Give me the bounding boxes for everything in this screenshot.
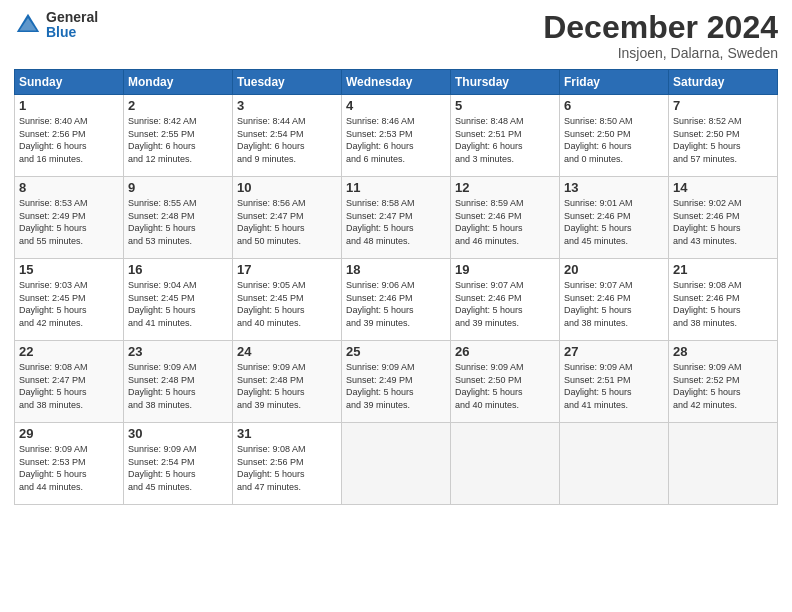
col-header-monday: Monday — [124, 70, 233, 95]
day-number: 2 — [128, 98, 228, 113]
day-info: Sunrise: 8:53 AM Sunset: 2:49 PM Dayligh… — [19, 197, 119, 247]
day-info: Sunrise: 9:07 AM Sunset: 2:46 PM Dayligh… — [455, 279, 555, 329]
logo-general-text: General — [46, 10, 98, 25]
calendar-header-row: SundayMondayTuesdayWednesdayThursdayFrid… — [15, 70, 778, 95]
day-number: 9 — [128, 180, 228, 195]
day-number: 11 — [346, 180, 446, 195]
calendar-cell: 19Sunrise: 9:07 AM Sunset: 2:46 PM Dayli… — [451, 259, 560, 341]
day-info: Sunrise: 8:52 AM Sunset: 2:50 PM Dayligh… — [673, 115, 773, 165]
calendar-cell: 11Sunrise: 8:58 AM Sunset: 2:47 PM Dayli… — [342, 177, 451, 259]
calendar-cell: 16Sunrise: 9:04 AM Sunset: 2:45 PM Dayli… — [124, 259, 233, 341]
page-container: General Blue December 2024 Insjoen, Dala… — [0, 0, 792, 612]
day-info: Sunrise: 9:09 AM Sunset: 2:54 PM Dayligh… — [128, 443, 228, 493]
day-info: Sunrise: 8:56 AM Sunset: 2:47 PM Dayligh… — [237, 197, 337, 247]
day-number: 27 — [564, 344, 664, 359]
day-number: 29 — [19, 426, 119, 441]
title-block: December 2024 Insjoen, Dalarna, Sweden — [543, 10, 778, 61]
calendar-cell: 13Sunrise: 9:01 AM Sunset: 2:46 PM Dayli… — [560, 177, 669, 259]
calendar-cell: 26Sunrise: 9:09 AM Sunset: 2:50 PM Dayli… — [451, 341, 560, 423]
col-header-friday: Friday — [560, 70, 669, 95]
calendar-cell: 27Sunrise: 9:09 AM Sunset: 2:51 PM Dayli… — [560, 341, 669, 423]
calendar-cell: 20Sunrise: 9:07 AM Sunset: 2:46 PM Dayli… — [560, 259, 669, 341]
day-info: Sunrise: 8:58 AM Sunset: 2:47 PM Dayligh… — [346, 197, 446, 247]
day-number: 17 — [237, 262, 337, 277]
calendar-cell: 9Sunrise: 8:55 AM Sunset: 2:48 PM Daylig… — [124, 177, 233, 259]
calendar-cell — [560, 423, 669, 505]
calendar-cell: 15Sunrise: 9:03 AM Sunset: 2:45 PM Dayli… — [15, 259, 124, 341]
day-number: 7 — [673, 98, 773, 113]
calendar-cell — [451, 423, 560, 505]
day-info: Sunrise: 8:44 AM Sunset: 2:54 PM Dayligh… — [237, 115, 337, 165]
day-info: Sunrise: 8:59 AM Sunset: 2:46 PM Dayligh… — [455, 197, 555, 247]
day-number: 23 — [128, 344, 228, 359]
day-number: 18 — [346, 262, 446, 277]
day-number: 16 — [128, 262, 228, 277]
calendar-cell: 6Sunrise: 8:50 AM Sunset: 2:50 PM Daylig… — [560, 95, 669, 177]
day-info: Sunrise: 9:07 AM Sunset: 2:46 PM Dayligh… — [564, 279, 664, 329]
day-number: 1 — [19, 98, 119, 113]
day-number: 26 — [455, 344, 555, 359]
day-info: Sunrise: 9:01 AM Sunset: 2:46 PM Dayligh… — [564, 197, 664, 247]
day-info: Sunrise: 8:40 AM Sunset: 2:56 PM Dayligh… — [19, 115, 119, 165]
calendar-table: SundayMondayTuesdayWednesdayThursdayFrid… — [14, 69, 778, 505]
day-number: 31 — [237, 426, 337, 441]
calendar-week-1: 1Sunrise: 8:40 AM Sunset: 2:56 PM Daylig… — [15, 95, 778, 177]
day-info: Sunrise: 9:08 AM Sunset: 2:47 PM Dayligh… — [19, 361, 119, 411]
calendar-cell: 2Sunrise: 8:42 AM Sunset: 2:55 PM Daylig… — [124, 95, 233, 177]
calendar-cell: 3Sunrise: 8:44 AM Sunset: 2:54 PM Daylig… — [233, 95, 342, 177]
logo: General Blue — [14, 10, 98, 41]
col-header-wednesday: Wednesday — [342, 70, 451, 95]
day-info: Sunrise: 8:48 AM Sunset: 2:51 PM Dayligh… — [455, 115, 555, 165]
calendar-cell: 30Sunrise: 9:09 AM Sunset: 2:54 PM Dayli… — [124, 423, 233, 505]
day-info: Sunrise: 9:09 AM Sunset: 2:48 PM Dayligh… — [237, 361, 337, 411]
calendar-cell: 23Sunrise: 9:09 AM Sunset: 2:48 PM Dayli… — [124, 341, 233, 423]
col-header-thursday: Thursday — [451, 70, 560, 95]
calendar-cell: 17Sunrise: 9:05 AM Sunset: 2:45 PM Dayli… — [233, 259, 342, 341]
day-number: 5 — [455, 98, 555, 113]
day-number: 21 — [673, 262, 773, 277]
calendar-cell: 4Sunrise: 8:46 AM Sunset: 2:53 PM Daylig… — [342, 95, 451, 177]
calendar-cell: 12Sunrise: 8:59 AM Sunset: 2:46 PM Dayli… — [451, 177, 560, 259]
day-info: Sunrise: 9:09 AM Sunset: 2:53 PM Dayligh… — [19, 443, 119, 493]
day-number: 20 — [564, 262, 664, 277]
day-info: Sunrise: 9:06 AM Sunset: 2:46 PM Dayligh… — [346, 279, 446, 329]
calendar-cell: 28Sunrise: 9:09 AM Sunset: 2:52 PM Dayli… — [669, 341, 778, 423]
day-number: 28 — [673, 344, 773, 359]
calendar-cell: 25Sunrise: 9:09 AM Sunset: 2:49 PM Dayli… — [342, 341, 451, 423]
day-number: 25 — [346, 344, 446, 359]
day-number: 6 — [564, 98, 664, 113]
col-header-tuesday: Tuesday — [233, 70, 342, 95]
day-number: 3 — [237, 98, 337, 113]
day-number: 22 — [19, 344, 119, 359]
calendar-cell: 10Sunrise: 8:56 AM Sunset: 2:47 PM Dayli… — [233, 177, 342, 259]
day-info: Sunrise: 9:04 AM Sunset: 2:45 PM Dayligh… — [128, 279, 228, 329]
day-number: 24 — [237, 344, 337, 359]
col-header-saturday: Saturday — [669, 70, 778, 95]
calendar-cell — [669, 423, 778, 505]
calendar-cell: 8Sunrise: 8:53 AM Sunset: 2:49 PM Daylig… — [15, 177, 124, 259]
day-info: Sunrise: 9:09 AM Sunset: 2:52 PM Dayligh… — [673, 361, 773, 411]
location-subtitle: Insjoen, Dalarna, Sweden — [543, 45, 778, 61]
day-number: 14 — [673, 180, 773, 195]
day-number: 12 — [455, 180, 555, 195]
day-number: 15 — [19, 262, 119, 277]
day-info: Sunrise: 9:09 AM Sunset: 2:48 PM Dayligh… — [128, 361, 228, 411]
logo-blue-text: Blue — [46, 25, 98, 40]
day-info: Sunrise: 9:05 AM Sunset: 2:45 PM Dayligh… — [237, 279, 337, 329]
day-number: 8 — [19, 180, 119, 195]
logo-icon — [14, 11, 42, 39]
calendar-cell: 24Sunrise: 9:09 AM Sunset: 2:48 PM Dayli… — [233, 341, 342, 423]
day-info: Sunrise: 8:55 AM Sunset: 2:48 PM Dayligh… — [128, 197, 228, 247]
day-info: Sunrise: 8:42 AM Sunset: 2:55 PM Dayligh… — [128, 115, 228, 165]
month-title: December 2024 — [543, 10, 778, 45]
day-info: Sunrise: 8:50 AM Sunset: 2:50 PM Dayligh… — [564, 115, 664, 165]
calendar-cell — [342, 423, 451, 505]
day-number: 19 — [455, 262, 555, 277]
calendar-cell: 5Sunrise: 8:48 AM Sunset: 2:51 PM Daylig… — [451, 95, 560, 177]
calendar-week-2: 8Sunrise: 8:53 AM Sunset: 2:49 PM Daylig… — [15, 177, 778, 259]
calendar-week-4: 22Sunrise: 9:08 AM Sunset: 2:47 PM Dayli… — [15, 341, 778, 423]
calendar-cell: 14Sunrise: 9:02 AM Sunset: 2:46 PM Dayli… — [669, 177, 778, 259]
calendar-cell: 18Sunrise: 9:06 AM Sunset: 2:46 PM Dayli… — [342, 259, 451, 341]
day-number: 13 — [564, 180, 664, 195]
calendar-cell: 29Sunrise: 9:09 AM Sunset: 2:53 PM Dayli… — [15, 423, 124, 505]
